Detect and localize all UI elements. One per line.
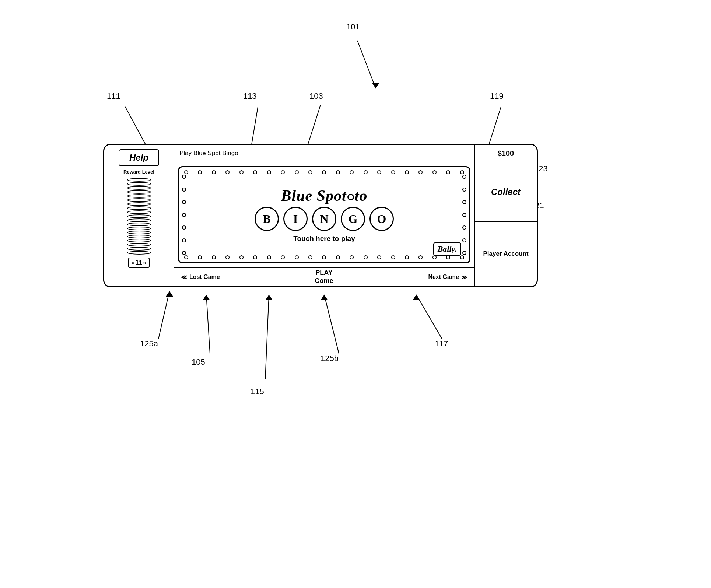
ref-101: 101	[346, 22, 360, 32]
touch-text[interactable]: Touch here to play	[293, 235, 355, 243]
collect-button[interactable]: Collect	[475, 162, 537, 222]
svg-marker-19	[203, 295, 210, 300]
svg-line-16	[158, 291, 169, 339]
left-panel: Help Reward Level	[104, 145, 174, 286]
bingo-letters: B I N G O	[255, 207, 394, 231]
money-display: $100	[475, 145, 537, 162]
bingo-i: I	[283, 207, 308, 231]
svg-line-24	[416, 295, 442, 339]
bottom-bar: ≪ Lost Game PLAY Come Next Game ≫	[174, 267, 474, 286]
player-account-button[interactable]: Player Account	[475, 222, 537, 286]
svg-marker-23	[321, 295, 328, 300]
game-title: Blue Spotto	[281, 187, 368, 204]
ref-111: 111	[107, 91, 120, 101]
reward-level-label: Reward Level	[123, 169, 154, 175]
bingo-content: Blue Spotto B I N G O Touch here	[240, 183, 409, 246]
bingo-g: G	[341, 207, 365, 231]
center-panel: Play Blue Spot Bingo	[174, 145, 474, 286]
ref-115: 115	[251, 387, 264, 396]
help-button[interactable]: Help	[119, 149, 159, 166]
reward-stack	[127, 178, 151, 255]
ref-105: 105	[192, 357, 205, 367]
svg-marker-17	[166, 291, 173, 297]
right-panel: $100 Collect Player Account	[474, 145, 537, 286]
bally-logo: Bally.	[433, 242, 461, 256]
top-bar: Play Blue Spot Bingo	[174, 145, 474, 162]
next-game-button[interactable]: Next Game ≫	[428, 274, 467, 281]
bingo-n: N	[312, 207, 336, 231]
bingo-b: B	[255, 207, 279, 231]
ref-103: 103	[309, 91, 323, 101]
ref-119: 119	[490, 91, 504, 101]
inner-frame: Blue Spotto B I N G O Touch here	[178, 166, 470, 263]
svg-line-20	[265, 295, 269, 379]
lost-game-button[interactable]: ≪ Lost Game	[181, 274, 220, 281]
svg-line-0	[357, 41, 376, 88]
game-display[interactable]: Blue Spotto B I N G O Touch here	[174, 162, 474, 267]
svg-marker-21	[265, 295, 273, 300]
ref-125a: 125a	[140, 339, 158, 349]
svg-marker-25	[413, 295, 420, 300]
svg-marker-1	[372, 83, 379, 88]
play-come: PLAY Come	[315, 269, 333, 285]
ref-117: 117	[435, 339, 448, 349]
reward-number: « 11 »	[128, 258, 150, 268]
machine: Help Reward Level	[103, 144, 538, 287]
svg-line-22	[324, 295, 339, 354]
bingo-o: O	[369, 207, 394, 231]
svg-line-18	[206, 295, 210, 354]
ref-113: 113	[243, 91, 257, 101]
ref-125b: 125b	[321, 354, 339, 363]
